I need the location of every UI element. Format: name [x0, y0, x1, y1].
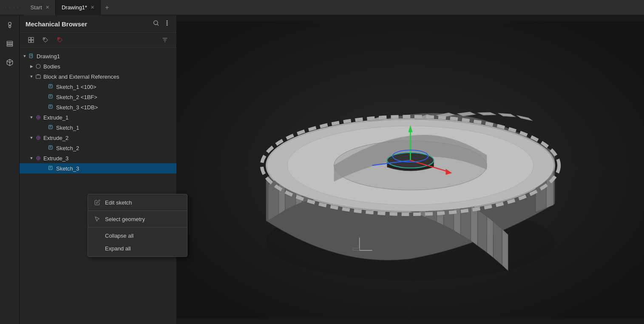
icon-bodies [35, 63, 42, 70]
label-sketch2b: Sketch_2 [56, 145, 79, 151]
svg-rect-9 [28, 37, 31, 40]
sidebar-header: Mechanical Browser [20, 15, 176, 33]
edit-sketch-icon [94, 199, 101, 206]
label-extrude3: Extrude_3 [43, 155, 68, 162]
icon-extrude1 [35, 114, 42, 121]
icon-extrude2 [35, 134, 42, 141]
sidebar-header-icons [153, 20, 170, 28]
search-icon[interactable] [153, 20, 159, 28]
sidebar: Mechanical Browser [20, 15, 177, 324]
arrow-extrude1: ▼ [28, 114, 35, 121]
svg-rect-24 [49, 125, 52, 129]
tab-drawing1-close[interactable]: ✕ [91, 5, 94, 10]
label-extrude2: Extrude_2 [43, 135, 68, 141]
label-block-ext: Block and External References [43, 74, 119, 80]
svg-rect-3 [7, 45, 12, 46]
3d-box-icon[interactable] [3, 56, 16, 69]
svg-rect-20 [49, 85, 52, 88]
svg-rect-11 [28, 40, 31, 43]
tab-drawing1[interactable]: Drawing1* ✕ [56, 0, 101, 15]
expand-all-icon [94, 245, 101, 252]
filter-button[interactable] [159, 34, 170, 45]
grid-view-button[interactable] [26, 34, 37, 45]
tree-item-drawing1[interactable]: ▼ Drawing1 [20, 51, 176, 61]
tree-item-sketch3b[interactable]: ▶ Sketch_3 [20, 163, 176, 173]
tree-item-sketch2[interactable]: ▶ Sketch_2 <1BF> [20, 92, 176, 102]
svg-rect-28 [49, 166, 52, 170]
top-dots: · · · · [0, 5, 24, 10]
tree-container[interactable]: ▼ Drawing1 ▶ Bodies [20, 48, 176, 324]
sidebar-toolbar [20, 33, 176, 48]
ctx-edit-sketch[interactable]: Edit sketch [88, 196, 187, 209]
lightbulb-icon[interactable] [3, 19, 16, 31]
icon-sketch1 [48, 83, 54, 90]
ctx-divider-1 [88, 210, 187, 211]
ctx-select-geometry[interactable]: Select geometry [88, 213, 187, 225]
gear-3d-view [177, 15, 644, 324]
tree-item-sketch1b[interactable]: ▶ Sketch_1 [20, 122, 176, 133]
svg-rect-10 [31, 37, 34, 40]
tree-item-sketch2b[interactable]: ▶ Sketch_2 [20, 143, 176, 153]
svg-point-7 [167, 23, 167, 23]
svg-rect-18 [29, 54, 32, 58]
svg-point-0 [8, 22, 11, 25]
ctx-expand-all-label: Expand all [105, 245, 131, 252]
svg-rect-12 [31, 40, 34, 43]
svg-line-5 [157, 24, 159, 26]
sidebar-title: Mechanical Browser [26, 20, 87, 28]
more-options-icon[interactable] [164, 20, 170, 28]
label-extrude1: Extrude_1 [43, 114, 68, 121]
label-bodies: Bodies [43, 63, 60, 70]
ctx-select-geometry-label: Select geometry [105, 216, 145, 222]
icon-block-ext [35, 73, 42, 80]
ctx-collapse-all[interactable]: Collapse all [88, 229, 187, 242]
svg-point-6 [167, 20, 167, 21]
icon-sketch3 [48, 104, 54, 111]
icon-extrude3 [35, 155, 42, 162]
svg-rect-26 [49, 146, 52, 149]
tree-item-extrude1[interactable]: ▼ Extrude_1 [20, 112, 176, 122]
ctx-edit-sketch-label: Edit sketch [105, 199, 132, 206]
tree-item-extrude3[interactable]: ▼ Extrude_3 [20, 153, 176, 163]
arrow-drawing1: ▼ [21, 53, 28, 60]
label-drawing1: Drawing1 [37, 53, 60, 60]
svg-rect-54 [353, 248, 360, 250]
icon-drawing1 [28, 53, 35, 60]
label-sketch1b: Sketch_1 [56, 125, 79, 131]
svg-rect-22 [49, 105, 52, 108]
svg-point-13 [44, 38, 45, 39]
context-menu: Edit sketch Select geometry Collapse all [88, 194, 187, 257]
collapse-all-icon [94, 232, 101, 239]
arrow-extrude3: ▼ [28, 155, 35, 162]
select-geometry-icon [94, 216, 101, 222]
ctx-collapse-all-label: Collapse all [105, 233, 133, 239]
svg-point-4 [154, 21, 158, 25]
ctx-divider-2 [88, 227, 187, 227]
tree-item-sketch1[interactable]: ▶ Sketch_1 <100> [20, 82, 176, 92]
tag-button[interactable] [40, 34, 51, 45]
svg-rect-19 [36, 75, 41, 79]
icon-sketch1b [48, 124, 54, 131]
tab-start-close[interactable]: ✕ [45, 5, 49, 10]
label-sketch2: Sketch_2 <1BF> [56, 94, 97, 100]
tab-start[interactable]: Start ✕ [24, 0, 55, 15]
tab-drawing1-label: Drawing1* [62, 4, 87, 11]
label-sketch3: Sketch_3 <1DB> [56, 104, 98, 111]
red-tag-button[interactable] [54, 34, 65, 45]
svg-point-8 [167, 25, 167, 26]
arrow-extrude2: ▼ [28, 134, 35, 141]
tree-item-block-ext[interactable]: ▼ Block and External References [20, 71, 176, 82]
viewport[interactable]: TOP LEFT RIGHT FRONT [177, 15, 644, 324]
svg-point-14 [58, 38, 59, 39]
tree-item-sketch3[interactable]: ▶ Sketch_3 <1DB> [20, 102, 176, 112]
tab-add-button[interactable]: + [101, 4, 113, 11]
svg-rect-1 [7, 41, 12, 43]
main-area: Mechanical Browser [0, 15, 644, 324]
tree-item-bodies[interactable]: ▶ Bodies [20, 61, 176, 71]
tree-item-extrude2[interactable]: ▼ Extrude_2 [20, 133, 176, 143]
tab-start-label: Start [30, 4, 42, 11]
label-sketch1: Sketch_1 <100> [56, 84, 96, 90]
layers-icon[interactable] [3, 37, 16, 50]
ctx-expand-all[interactable]: Expand all [88, 242, 187, 255]
label-sketch3b: Sketch_3 [56, 165, 79, 172]
